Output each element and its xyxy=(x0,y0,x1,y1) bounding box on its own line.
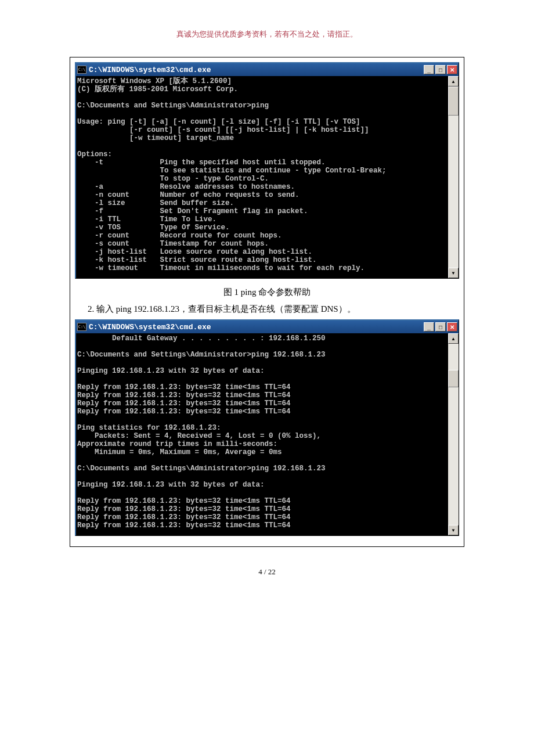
scroll-up-icon[interactable]: ▲ xyxy=(448,76,459,87)
cmd-icon-text: C:\ xyxy=(78,67,86,72)
instruction-text: 2. 输入 ping 192.168.1.23，查看目标主机是否在线（需要配置 … xyxy=(88,304,459,315)
window-title-2: C:\WINDOWS\system32\cmd.exe xyxy=(89,323,424,332)
document-header: 真诚为您提供优质参考资料，若有不当之处，请指正。 xyxy=(0,29,534,39)
page-number: 4 / 22 xyxy=(0,567,534,577)
minimize-button[interactable]: _ xyxy=(424,65,434,74)
scroll-down-icon[interactable]: ▼ xyxy=(448,268,459,278)
terminal-body-2: Default Gateway . . . . . . . . . : 192.… xyxy=(76,333,459,535)
scroll-down-icon[interactable]: ▼ xyxy=(448,525,459,535)
scrollbar-2[interactable]: ▲ ▼ xyxy=(448,333,459,535)
scroll-track[interactable] xyxy=(448,344,459,525)
figure-caption-1: 图 1 ping 命令参数帮助 xyxy=(75,287,459,298)
titlebar-1[interactable]: C:\ C:\WINDOWS\system32\cmd.exe _ □ ✕ xyxy=(76,63,459,76)
titlebar-2[interactable]: C:\ C:\WINDOWS\system32\cmd.exe _ □ ✕ xyxy=(76,321,459,333)
maximize-button[interactable]: □ xyxy=(435,65,446,74)
scroll-track[interactable] xyxy=(448,87,459,268)
cmd-icon: C:\ xyxy=(77,323,86,331)
terminal-output-1[interactable]: Microsoft Windows XP [版本 5.1.2600] (C) 版… xyxy=(76,76,448,278)
terminal-output-2[interactable]: Default Gateway . . . . . . . . . : 192.… xyxy=(76,333,448,535)
window-title-1: C:\WINDOWS\system32\cmd.exe xyxy=(89,66,424,74)
cmd-window-2: C:\ C:\WINDOWS\system32\cmd.exe _ □ ✕ De… xyxy=(75,319,459,536)
scroll-thumb[interactable] xyxy=(448,370,459,387)
maximize-button[interactable]: □ xyxy=(435,322,446,332)
cmd-icon: C:\ xyxy=(77,66,86,74)
window-buttons-1: _ □ ✕ xyxy=(424,65,457,74)
terminal-body-1: Microsoft Windows XP [版本 5.1.2600] (C) 版… xyxy=(76,76,459,278)
scroll-thumb[interactable] xyxy=(448,87,459,116)
scroll-up-icon[interactable]: ▲ xyxy=(448,333,459,344)
close-button[interactable]: ✕ xyxy=(447,65,457,74)
cmd-window-1: C:\ C:\WINDOWS\system32\cmd.exe _ □ ✕ Mi… xyxy=(75,62,459,279)
window-buttons-2: _ □ ✕ xyxy=(424,322,457,332)
cmd-icon-text: C:\ xyxy=(78,325,86,329)
page-frame: C:\ C:\WINDOWS\system32\cmd.exe _ □ ✕ Mi… xyxy=(70,57,464,547)
close-button[interactable]: ✕ xyxy=(447,322,457,332)
scrollbar-1[interactable]: ▲ ▼ xyxy=(448,76,459,278)
minimize-button[interactable]: _ xyxy=(424,322,434,332)
